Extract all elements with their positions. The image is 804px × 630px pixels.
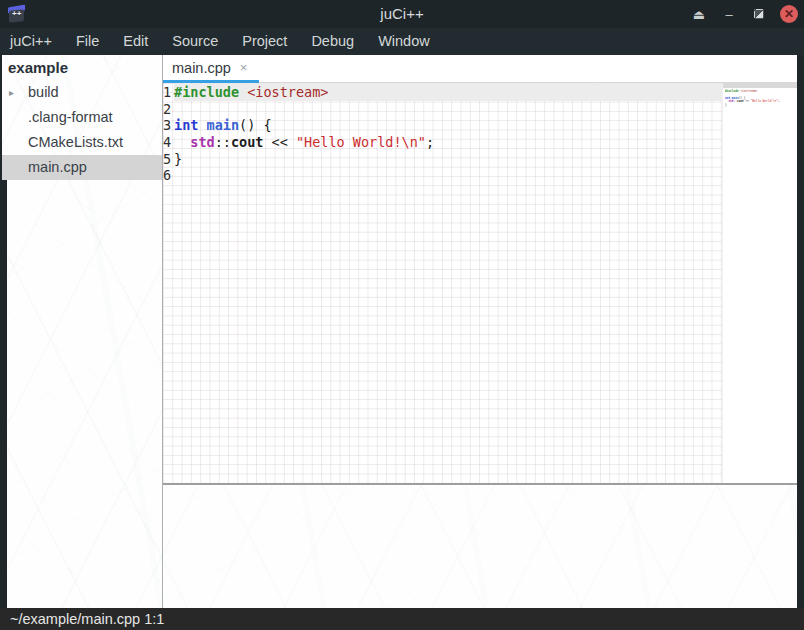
- shade-button[interactable]: ⏏: [684, 0, 714, 28]
- statusbar: ~/example/main.cpp 1:1: [0, 608, 804, 630]
- menu-file[interactable]: File: [64, 28, 111, 55]
- code-line[interactable]: 5}: [163, 151, 722, 168]
- tree-item-label: build: [28, 84, 59, 100]
- close-button[interactable]: ✕: [774, 0, 804, 28]
- menu-edit[interactable]: Edit: [111, 28, 160, 55]
- restore-icon: [754, 9, 764, 19]
- line-number: 4: [163, 134, 174, 151]
- tree-root-example[interactable]: example: [0, 55, 162, 80]
- tabbar: main.cpp ×: [163, 55, 804, 83]
- code-area[interactable]: 1#include <iostream>23int main() {4 std:…: [163, 84, 722, 184]
- code-line: 6: [725, 107, 804, 111]
- terminal-panel[interactable]: [163, 485, 797, 608]
- code-line[interactable]: 4 std::cout << "Hello World!\n";: [163, 134, 722, 151]
- window-border-left: [0, 55, 2, 180]
- tab-main-cpp[interactable]: main.cpp ×: [163, 55, 259, 83]
- status-file-position: ~/example/main.cpp 1:1: [10, 611, 164, 627]
- minimap[interactable]: 1#include <iostream>23int main() {4 std:…: [722, 83, 797, 483]
- tree-item-main-cpp[interactable]: main.cpp: [0, 155, 162, 180]
- juci-window: ++ juCi++ ⏏ – ✕ juCi++ File Edit Source …: [0, 0, 804, 630]
- line-number: 1: [163, 84, 174, 101]
- file-tree-sidebar: example ▸ build .clang-format CMakeLists…: [0, 55, 162, 608]
- tree-item-cmakelists[interactable]: CMakeLists.txt: [0, 130, 162, 155]
- tab-label: main.cpp: [172, 60, 231, 76]
- code-line[interactable]: 6: [163, 167, 722, 184]
- tree-item-build[interactable]: ▸ build: [0, 80, 162, 105]
- line-number: 6: [163, 167, 174, 184]
- tab-close-icon[interactable]: ×: [240, 61, 248, 74]
- minimize-button[interactable]: –: [714, 0, 744, 28]
- minimap-viewport-indicator[interactable]: [723, 83, 798, 88]
- minimize-icon: –: [725, 7, 732, 22]
- code-line[interactable]: 1#include <iostream>: [163, 84, 722, 101]
- menu-juci[interactable]: juCi++: [10, 28, 64, 55]
- code-line[interactable]: 3int main() {: [163, 117, 722, 134]
- expander-icon[interactable]: ▸: [9, 80, 14, 105]
- close-icon: ✕: [780, 5, 798, 23]
- minimap-code: 1#include <iostream>23int main() {4 std:…: [725, 89, 804, 110]
- panel-splitter[interactable]: [163, 483, 797, 485]
- tree-item-label: CMakeLists.txt: [28, 134, 123, 150]
- code-line[interactable]: 2: [163, 101, 722, 118]
- code-editor[interactable]: 1#include <iostream>23int main() {4 std:…: [163, 83, 804, 483]
- titlebar[interactable]: ++ juCi++ ⏏ – ✕: [0, 0, 804, 28]
- tree-item-label: main.cpp: [28, 159, 87, 175]
- tree-item-clang-format[interactable]: .clang-format: [0, 105, 162, 130]
- window-border-left: [0, 180, 7, 608]
- restore-button[interactable]: [744, 0, 774, 28]
- menu-window[interactable]: Window: [366, 28, 442, 55]
- menubar: juCi++ File Edit Source Project Debug Wi…: [0, 28, 804, 55]
- shade-icon: ⏏: [693, 7, 705, 22]
- menu-source[interactable]: Source: [160, 28, 230, 55]
- window-border-right: [797, 55, 804, 608]
- menu-debug[interactable]: Debug: [299, 28, 366, 55]
- line-number: 3: [163, 117, 174, 134]
- line-number: 5: [163, 151, 174, 168]
- window-controls: ⏏ – ✕: [684, 0, 804, 28]
- menu-project[interactable]: Project: [230, 28, 299, 55]
- sidebar-splitter[interactable]: [162, 55, 163, 608]
- tree-item-label: .clang-format: [28, 109, 113, 125]
- line-number: 2: [163, 101, 174, 118]
